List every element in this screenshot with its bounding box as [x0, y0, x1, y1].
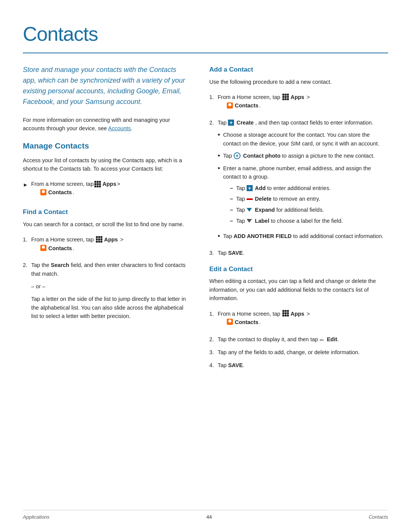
edit-contact-steps: 1. From a Home screen, tap Apps — [209, 310, 388, 370]
add-step-2: 2. Tap + Create , and then tap contact f… — [209, 118, 388, 244]
contacts-icon — [40, 189, 46, 195]
edit-contact-body: When editing a contact, you can tap a fi… — [209, 277, 388, 302]
apps-grid-icon — [94, 180, 102, 189]
add-step-2-content: Tap + Create , and then tap contact fiel… — [218, 118, 388, 244]
title-divider — [23, 53, 388, 53]
find-contact-body: You can search for a contact, or scroll … — [23, 220, 190, 228]
dash-expand: – Tap Expand for additional fields. — [230, 206, 388, 214]
page-title: Contacts — [23, 19, 388, 49]
circle-plus-icon: + — [234, 152, 241, 159]
find-contact-heading: Find a Contact — [23, 207, 190, 217]
dash-add: – Tap + Add to enter additional entries. — [230, 184, 388, 193]
label-icon — [247, 219, 252, 223]
contacts-icon-add — [227, 102, 233, 109]
dash-delete: – Tap Delete to remove an entry. — [230, 195, 388, 203]
find-step-1-content: From a Home screen, tap Apps > — [31, 235, 123, 256]
arrow-icon: ► — [23, 181, 28, 189]
or-separator: – or – — [31, 283, 190, 291]
apps-grid-icon-find — [96, 236, 102, 243]
dash-list: – Tap + Add to enter additional entries.… — [230, 184, 388, 225]
footer-page-number: 44 — [206, 513, 212, 521]
find-contact-steps: 1. From a Home screen, tap Apps — [23, 235, 190, 278]
add-step-1-content: From a Home screen, tap Apps > — [218, 93, 310, 114]
add-contact-heading: Add a Contact — [209, 65, 388, 75]
accounts-link[interactable]: Accounts — [108, 125, 131, 131]
edit-step-1: 1. From a Home screen, tap Apps — [209, 310, 388, 331]
apps-grid — [94, 181, 101, 187]
create-icon: + — [228, 120, 234, 126]
apps-grid-add — [282, 94, 289, 100]
page-container: Contacts Store and manage your contacts … — [0, 0, 411, 532]
add-contact-body: Use the following procedure to add a new… — [209, 78, 388, 86]
apps-grid-edit — [282, 310, 289, 316]
edit-step-4: 4. Tap SAVE. — [209, 361, 388, 369]
manage-contacts-heading: Manage Contacts — [23, 140, 190, 152]
manage-contacts-step: ► From a Home screen, tap — [23, 180, 190, 201]
edit-step-3: 3. Tap any of the fields to add, change,… — [209, 348, 388, 356]
add-contact-steps: 1. From a Home screen, tap Apps — [209, 93, 388, 257]
footer-right: Contacts — [369, 513, 388, 521]
for-more-text: For more information on connecting with … — [23, 116, 190, 133]
add-step-3: 3. Tap SAVE. — [209, 249, 388, 257]
apps-contacts-block: From a Home screen, tap Apps > — [31, 180, 120, 197]
bullet-contact-photo: • Tap + Contact photo to assign a pictur… — [218, 152, 388, 160]
apps-contacts-block-find: From a Home screen, tap Apps > — [31, 235, 123, 252]
bullet-add-another: • Tap ADD ANOTHER FIELD to add additiona… — [218, 232, 388, 240]
two-col-layout: Store and manage your contacts with the … — [23, 65, 388, 374]
find-step-2-content: Tap the Search field, and then enter cha… — [31, 261, 190, 278]
page-footer: Applications 44 Contacts — [23, 510, 388, 521]
add-step-2-bullets: • Choose a storage account for the conta… — [218, 131, 388, 240]
manage-contacts-step-content: From a Home screen, tap Apps > — [31, 180, 120, 201]
contacts-icon-edit — [227, 319, 233, 325]
dash-label: – Tap Label to choose a label for the fi… — [230, 217, 388, 225]
step-line1: From a Home screen, tap Apps > — [31, 180, 120, 189]
step-line2: Contacts. — [40, 189, 120, 197]
intro-text: Store and manage your contacts with the … — [23, 65, 190, 107]
contacts-icon-find — [40, 245, 46, 251]
plus-icon: + — [247, 185, 253, 191]
add-step-1: 1. From a Home screen, tap Apps — [209, 93, 388, 114]
find-step-2: 2. Tap the Search field, and then enter … — [23, 261, 190, 278]
bullet-enter-name: • Enter a name, phone number, email addr… — [218, 164, 388, 228]
manage-contacts-body: Access your list of contacts by using th… — [23, 156, 190, 173]
expand-icon — [247, 208, 252, 212]
pencil-icon: ✏ — [320, 336, 326, 342]
right-column: Add a Contact Use the following procedur… — [209, 65, 388, 374]
edit-contact-heading: Edit a Contact — [209, 264, 388, 274]
find-contact-or-body: Tap a letter on the side of the list to … — [31, 295, 190, 320]
left-column: Store and manage your contacts with the … — [23, 65, 190, 374]
delete-icon — [247, 198, 253, 200]
edit-step-1-content: From a Home screen, tap Apps > — [218, 310, 310, 331]
bullet-storage: • Choose a storage account for the conta… — [218, 131, 388, 148]
footer-left: Applications — [23, 513, 49, 521]
find-step-1: 1. From a Home screen, tap Apps — [23, 235, 190, 256]
edit-step-2: 2. Tap the contact to display it, and th… — [209, 335, 388, 343]
